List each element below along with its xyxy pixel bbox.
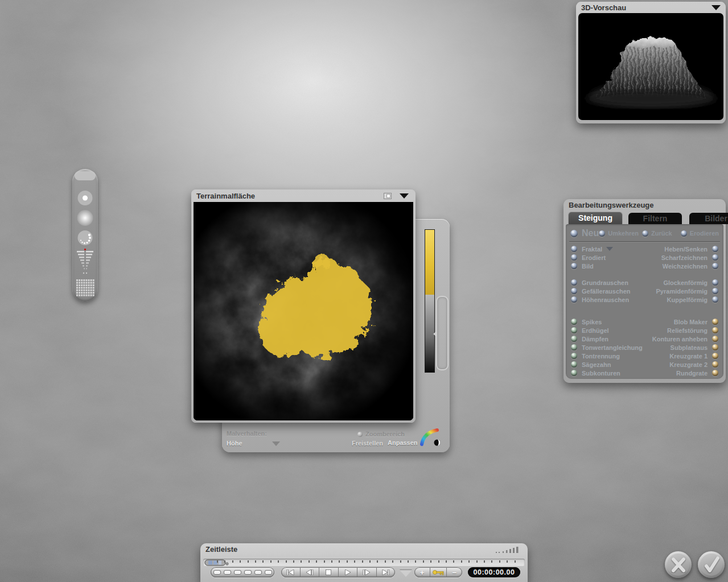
3d-preview-titlebar[interactable]: 3D-Vorschau bbox=[576, 2, 726, 13]
tool-button-left[interactable] bbox=[571, 370, 577, 376]
transport-pill bbox=[281, 567, 395, 577]
memory-slot[interactable] bbox=[254, 570, 262, 575]
tool-button-right[interactable] bbox=[712, 296, 718, 303]
tool-label-left: Fraktal bbox=[582, 246, 602, 253]
spacing-brush-icon[interactable] bbox=[78, 230, 93, 245]
fraktal-dropdown-icon[interactable] bbox=[606, 247, 613, 251]
tool-button-left[interactable] bbox=[571, 279, 577, 286]
height-gradient-selected bbox=[425, 230, 434, 295]
memory-slot[interactable] bbox=[265, 570, 272, 575]
timeline-tick bbox=[484, 560, 485, 563]
skip-start-button[interactable] bbox=[281, 567, 301, 577]
timeline-track[interactable] bbox=[203, 559, 525, 566]
tab-bilder[interactable]: Bilder bbox=[689, 213, 728, 224]
timeline-tick bbox=[446, 560, 447, 563]
tool-button-right[interactable] bbox=[712, 370, 718, 376]
timeline-title: Zeitleiste bbox=[205, 545, 237, 554]
skip-end-button[interactable] bbox=[377, 567, 396, 577]
tool-button-right[interactable] bbox=[712, 327, 718, 333]
tool-button-left[interactable] bbox=[571, 353, 577, 359]
gradient-picker-icon[interactable] bbox=[419, 427, 443, 448]
tool-label-left: Tonwertangleichung bbox=[582, 344, 643, 351]
paint-behavior-label: Malverhalten: bbox=[227, 430, 267, 437]
tool-button-right[interactable] bbox=[712, 361, 718, 368]
keyframe-key-button[interactable] bbox=[430, 567, 446, 577]
remove-keyframe-button[interactable]: − bbox=[447, 567, 462, 577]
paint-behavior-value[interactable]: Höhe bbox=[227, 440, 242, 447]
tool-button-left[interactable] bbox=[571, 319, 577, 325]
terrain-heightmap-canvas[interactable] bbox=[194, 202, 413, 420]
cancel-button[interactable] bbox=[665, 551, 692, 578]
soft-brush-icon[interactable] bbox=[77, 210, 93, 226]
memory-slot[interactable] bbox=[244, 570, 252, 575]
tool-button-left[interactable] bbox=[571, 361, 577, 368]
confirm-button[interactable] bbox=[698, 551, 725, 578]
stop-button[interactable] bbox=[319, 567, 339, 577]
height-range-slider[interactable] bbox=[436, 296, 449, 370]
tool-button-left[interactable] bbox=[571, 288, 577, 294]
invert-button[interactable] bbox=[599, 230, 605, 237]
height-gradient-strip[interactable] bbox=[425, 229, 435, 373]
grid-pattern-icon[interactable] bbox=[76, 279, 94, 296]
chevron-down-icon[interactable] bbox=[400, 193, 409, 199]
timeline-tick bbox=[248, 560, 249, 563]
tool-button-right[interactable] bbox=[712, 246, 718, 252]
tool-button-right[interactable] bbox=[712, 353, 718, 359]
resize-bars-icon[interactable] bbox=[496, 547, 520, 553]
tool-row: SägezahnKreuzgrate 2 bbox=[566, 360, 723, 369]
tool-button-right[interactable] bbox=[712, 288, 718, 294]
tool-button-right[interactable] bbox=[712, 279, 718, 286]
timeline-tick bbox=[278, 560, 279, 563]
timeline-tick bbox=[408, 560, 409, 563]
timeline-tick bbox=[339, 560, 340, 563]
chevron-down-icon[interactable] bbox=[711, 5, 721, 10]
erode-label: Erodieren bbox=[690, 230, 719, 237]
paint-behavior-dropdown-icon[interactable] bbox=[272, 441, 280, 446]
memory-slot[interactable] bbox=[224, 570, 231, 575]
crop-button[interactable]: Freistellen bbox=[352, 440, 383, 447]
tool-label-left: Tontrennung bbox=[582, 353, 620, 360]
check-icon bbox=[703, 556, 720, 573]
timeline-tick bbox=[438, 560, 439, 563]
tool-button-left[interactable] bbox=[571, 254, 577, 261]
tool-button-left[interactable] bbox=[571, 336, 577, 342]
back-button[interactable] bbox=[642, 230, 648, 237]
tool-button-right[interactable] bbox=[712, 254, 718, 261]
timeline-tick bbox=[240, 560, 241, 563]
memory-slot[interactable] bbox=[213, 570, 221, 575]
flow-funnel-icon[interactable] bbox=[77, 249, 93, 274]
timeline-tick bbox=[476, 560, 478, 563]
tool-button-right[interactable] bbox=[712, 319, 718, 325]
memory-slot[interactable] bbox=[234, 570, 241, 575]
tool-button-left[interactable] bbox=[571, 246, 577, 252]
tool-button-left[interactable] bbox=[571, 344, 577, 350]
tool-row: TontrennungKreuzgrate 1 bbox=[566, 352, 723, 360]
terrain-paint-titlebar[interactable]: Terrainmalfläche bbox=[191, 189, 416, 202]
palette-cap bbox=[75, 171, 96, 180]
tab-filtern[interactable]: Filtern bbox=[628, 213, 682, 224]
hard-brush-icon[interactable] bbox=[78, 191, 93, 205]
tool-label-right: Heben/Senken bbox=[664, 246, 708, 253]
window-icon[interactable] bbox=[384, 193, 392, 199]
step-forward-button[interactable] bbox=[357, 567, 377, 577]
tool-label-left: Sägezahn bbox=[582, 361, 611, 368]
tool-button-right[interactable] bbox=[712, 344, 718, 350]
zoom-area-label[interactable]: Zoombereich bbox=[365, 431, 405, 437]
timeline-dropdown-icon[interactable] bbox=[400, 570, 412, 577]
erode-button[interactable] bbox=[681, 230, 687, 237]
tool-button-left[interactable] bbox=[571, 327, 577, 333]
play-button[interactable] bbox=[339, 567, 358, 577]
tools-tabs: SteigungFilternBilder bbox=[568, 211, 721, 224]
fit-button[interactable]: Anpassen bbox=[388, 439, 418, 446]
tab-steigung[interactable]: Steigung bbox=[568, 212, 623, 224]
add-keyframe-button[interactable]: + bbox=[414, 567, 430, 577]
step-back-button[interactable] bbox=[301, 567, 320, 577]
tool-button-left[interactable] bbox=[571, 296, 577, 303]
tool-button-left[interactable] bbox=[571, 263, 577, 269]
timeline-tick bbox=[286, 560, 287, 563]
tool-button-right[interactable] bbox=[712, 263, 718, 269]
tool-button-right[interactable] bbox=[712, 336, 718, 342]
timeline-tick bbox=[499, 560, 500, 563]
new-button[interactable] bbox=[570, 230, 578, 237]
zoom-area-radio[interactable] bbox=[357, 432, 363, 437]
